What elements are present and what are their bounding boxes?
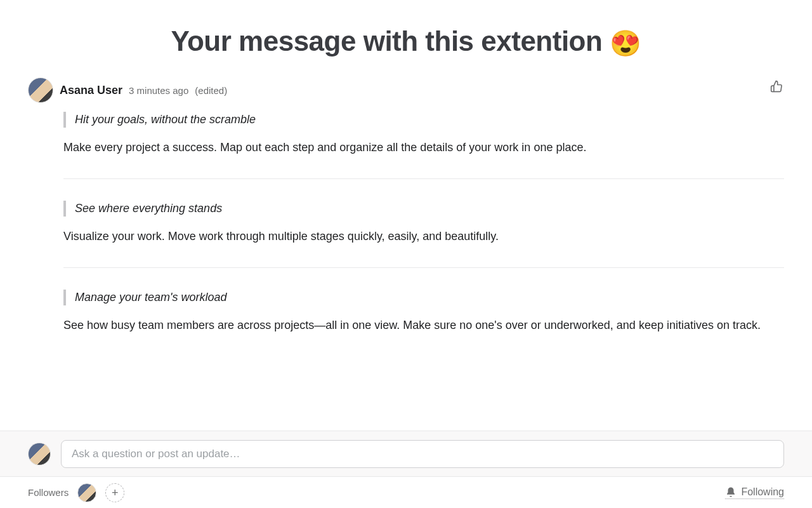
- following-label: Following: [741, 486, 784, 498]
- page-title-text: Your message with this extention: [171, 25, 610, 57]
- thumbs-up-icon: [770, 80, 783, 93]
- comment-timestamp: 3 minutes ago: [129, 85, 188, 96]
- follower-avatar[interactable]: [77, 483, 96, 502]
- comment-section: Manage your team's workload See how busy…: [63, 290, 784, 356]
- bell-icon: [725, 486, 737, 498]
- page-title: Your message with this extention 😍: [0, 0, 812, 77]
- section-body: Visualize your work. Move work through m…: [63, 228, 784, 246]
- section-body: See how busy team members are across pro…: [63, 317, 784, 335]
- add-follower-button[interactable]: +: [105, 483, 124, 502]
- compose-input[interactable]: [61, 440, 784, 468]
- heart-eyes-emoji: 😍: [610, 29, 641, 57]
- comment-body: Hit your goals, without the scramble Mak…: [63, 112, 784, 356]
- followers-label: Followers: [28, 487, 69, 498]
- following-button[interactable]: Following: [725, 486, 784, 499]
- comment: Asana User 3 minutes ago (edited) Hit yo…: [0, 77, 812, 356]
- like-button[interactable]: [770, 80, 783, 95]
- followers-bar: Followers + Following: [0, 476, 812, 508]
- compose-bar: [0, 431, 812, 476]
- comment-section: Hit your goals, without the scramble Mak…: [63, 112, 784, 179]
- section-quote: Hit your goals, without the scramble: [63, 112, 784, 128]
- comment-edited-label: (edited): [195, 85, 227, 96]
- comment-section: See where everything stands Visualize yo…: [63, 201, 784, 268]
- avatar[interactable]: [28, 77, 53, 103]
- plus-icon: +: [112, 487, 119, 498]
- section-quote: Manage your team's workload: [63, 290, 784, 305]
- comment-author[interactable]: Asana User: [60, 84, 122, 97]
- avatar[interactable]: [28, 443, 51, 465]
- section-body: Make every project a success. Map out ea…: [63, 139, 784, 157]
- section-quote: See where everything stands: [63, 201, 784, 217]
- followers-left: Followers +: [28, 483, 124, 502]
- comment-header: Asana User 3 minutes ago (edited): [28, 77, 784, 103]
